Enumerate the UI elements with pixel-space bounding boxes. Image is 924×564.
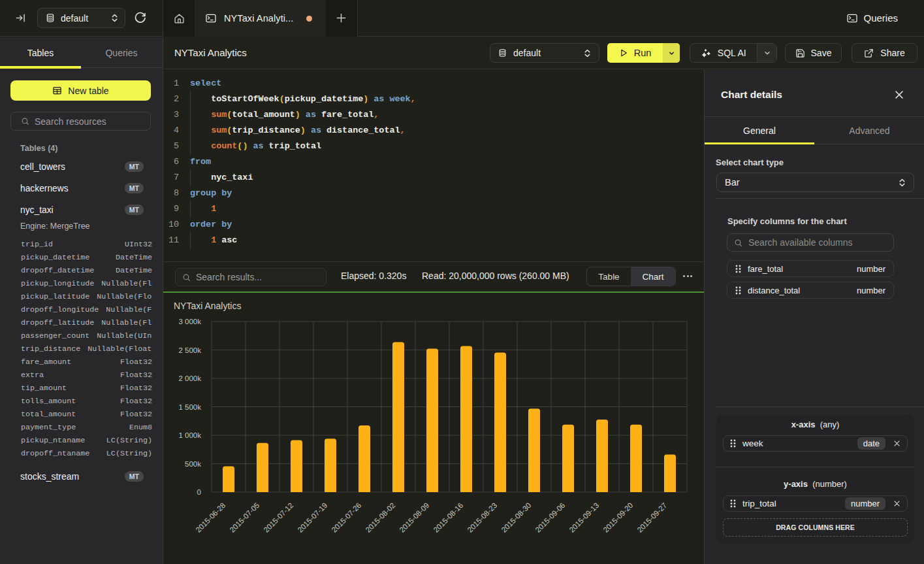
svg-text:2015-07-12: 2015-07-12 bbox=[262, 501, 295, 534]
svg-text:2015-09-13: 2015-09-13 bbox=[567, 501, 600, 534]
svg-text:2 000k: 2 000k bbox=[178, 374, 201, 382]
svg-text:2015-08-09: 2015-08-09 bbox=[398, 501, 430, 534]
svg-text:2015-08-30: 2015-08-30 bbox=[500, 501, 532, 534]
svg-text:2015-08-02: 2015-08-02 bbox=[364, 501, 396, 534]
svg-text:500k: 500k bbox=[185, 460, 201, 468]
svg-text:3 000k: 3 000k bbox=[178, 318, 201, 325]
svg-text:1 000k: 1 000k bbox=[178, 431, 201, 439]
svg-text:2015-07-26: 2015-07-26 bbox=[330, 501, 362, 534]
svg-text:2015-08-16: 2015-08-16 bbox=[432, 501, 464, 534]
svg-text:2015-07-19: 2015-07-19 bbox=[296, 501, 328, 534]
svg-text:2015-09-20: 2015-09-20 bbox=[601, 501, 634, 534]
svg-text:1 500k: 1 500k bbox=[178, 403, 201, 411]
svg-text:2015-09-27: 2015-09-27 bbox=[635, 501, 668, 534]
svg-text:0: 0 bbox=[197, 488, 201, 496]
svg-text:2015-06-28: 2015-06-28 bbox=[194, 501, 227, 534]
svg-text:2015-07-05: 2015-07-05 bbox=[228, 501, 261, 534]
svg-text:2 500k: 2 500k bbox=[178, 346, 201, 354]
svg-text:2015-09-06: 2015-09-06 bbox=[534, 501, 566, 534]
svg-text:2015-08-23: 2015-08-23 bbox=[466, 501, 498, 534]
